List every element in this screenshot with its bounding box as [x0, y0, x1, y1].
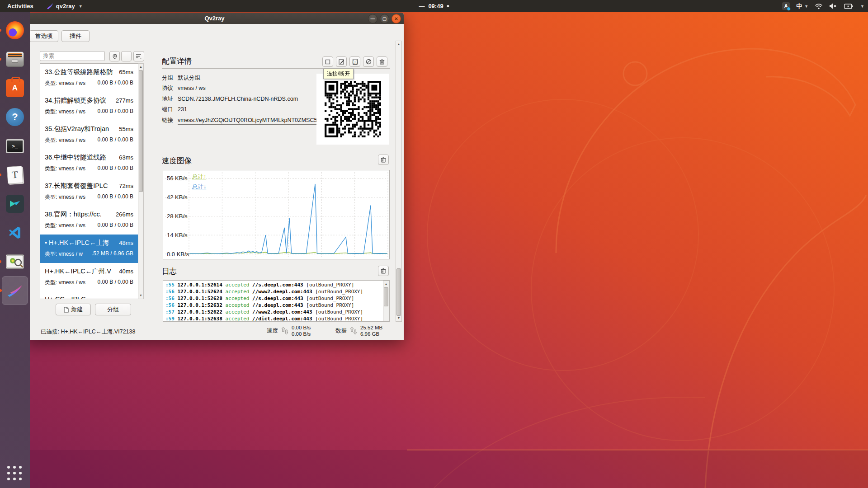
tab-plugins[interactable]: 插件 [61, 30, 90, 42]
log-scrollbar[interactable]: ▲ [383, 281, 389, 321]
window-title: Qv2ray [204, 15, 224, 22]
clear-log-button[interactable] [378, 266, 389, 276]
delete-button[interactable] [377, 56, 387, 67]
running-indicator-dot [0, 174, 1, 176]
scroll-down-icon[interactable]: ▼ [396, 315, 401, 321]
log-line: :55 127.0.0.1:52614 accepted //s.deepl.c… [165, 282, 389, 289]
dock-item-firefox[interactable] [2, 16, 28, 45]
main-scrollbar[interactable]: ▲ ▼ [396, 41, 402, 322]
server-latency: 277ms [116, 97, 133, 104]
scroll-up-icon[interactable]: ▲ [383, 282, 389, 287]
screenshot-icon [6, 254, 24, 269]
dev-app-icon [6, 195, 24, 213]
qr-code-container [316, 74, 389, 145]
server-name: 36.中继中转隧道线路 [45, 153, 106, 162]
app-menu-label: qv2ray [56, 3, 75, 9]
log-output[interactable]: :55 127.0.0.1:52614 accepted //s.deepl.c… [163, 280, 390, 322]
scrollbar-thumb[interactable] [384, 287, 388, 306]
details-heading: 配置详情 [162, 56, 192, 66]
dock-item-dev-app[interactable] [2, 189, 28, 218]
svg-text:28 KB/s: 28 KB/s [167, 213, 188, 220]
field-group-value: 默认分组 [178, 74, 200, 82]
group-button[interactable]: 分组 [95, 304, 131, 315]
show-applications-button[interactable] [0, 462, 30, 485]
search-input[interactable] [40, 51, 105, 61]
activities-button[interactable]: Activities [5, 3, 35, 9]
desktop: Activities qv2ray ▼ — 09:49 A 中 ▼ [0, 0, 868, 488]
legend-total-down[interactable]: 总计↓ [192, 183, 206, 191]
language-label: 中 [796, 2, 802, 10]
minimize-button[interactable]: — [368, 14, 377, 23]
server-latency: 65ms [119, 69, 133, 75]
dock-item-screenshot[interactable] [2, 247, 28, 276]
server-item-5[interactable]: 38.官网：https://cc.266ms类型: vmess / ws0.00… [40, 206, 143, 235]
close-button[interactable]: ✕ [392, 14, 401, 23]
scroll-down-icon[interactable]: ▼ [138, 293, 143, 298]
legend-total-up[interactable]: 总计↑ [192, 173, 206, 181]
svg-text:0.0 KB/s: 0.0 KB/s [167, 251, 189, 258]
connect-disconnect-tooltip: 连接/断开 [323, 69, 354, 79]
clear-chart-button[interactable] [378, 155, 389, 165]
server-latency: 55ms [119, 126, 133, 132]
new-server-button[interactable]: 新建 [56, 304, 91, 315]
field-link-value[interactable]: vmess://eyJhZGQiOiJTQ0ROLjcyMTM4LkpNT0ZM… [178, 117, 319, 125]
blank-filter-button[interactable] [121, 51, 132, 61]
field-address-value: SCDN.72138.JMOFLH.China-nCDN-nRDS.com [178, 96, 298, 102]
server-list: 33.公益等级線路嚴格防65ms类型: vmess / ws0.00 B / 0… [40, 63, 144, 299]
json-edit-button[interactable]: {;} [349, 56, 360, 67]
apps-grid-icon [7, 466, 23, 481]
server-item-0[interactable]: 33.公益等级線路嚴格防65ms类型: vmess / ws0.00 B / 0… [40, 64, 143, 92]
dock-item-text-editor[interactable]: T [2, 160, 28, 189]
new-server-label: 新建 [71, 305, 83, 314]
scroll-up-icon[interactable]: ▲ [396, 42, 401, 47]
dock: A?>_T [0, 12, 30, 488]
ubuntu-software-icon: A [6, 79, 24, 97]
input-method-icon[interactable]: A [782, 2, 790, 10]
dock-item-ubuntu-software[interactable]: A [2, 74, 28, 103]
field-port-label: 端口 [162, 106, 173, 113]
connect-toggle-button[interactable] [322, 56, 333, 67]
server-item-3[interactable]: 36.中继中转隧道线路63ms类型: vmess / ws0.00 B / 0.… [40, 149, 143, 178]
server-item-1[interactable]: 34.捐赠解锁更多协议277ms类型: vmess / ws0.00 B / 0… [40, 92, 143, 121]
scrollbar-thumb[interactable] [139, 70, 143, 192]
server-item-7[interactable]: H+.HK←IPLC←广州.V40ms类型: vmess / ws0.00 B … [40, 263, 143, 291]
server-item-2[interactable]: 35.包括V2ray和Trojan55ms类型: vmess / ws0.00 … [40, 121, 143, 149]
dock-item-vscode[interactable] [2, 218, 28, 247]
text-editor-icon: T [7, 166, 24, 184]
server-list-scrollbar[interactable]: ▲ ▼ [138, 63, 144, 299]
wifi-icon[interactable] [815, 3, 823, 9]
system-menu-chevron-icon[interactable]: ▼ [860, 4, 864, 9]
server-item-6[interactable]: • H+.HK←IPLC←上海48ms类型: vmess / w.52 MB /… [40, 235, 143, 263]
dock-item-help[interactable]: ? [2, 103, 28, 131]
running-indicator-dot [0, 29, 1, 32]
app-menu[interactable]: qv2ray ▼ [47, 3, 83, 9]
clock[interactable]: — 09:49 [419, 0, 449, 12]
maximize-button[interactable]: ▢ [380, 14, 389, 23]
dock-item-files[interactable] [2, 45, 28, 74]
server-traffic: 0.00 B / 0.00 B [98, 279, 133, 286]
edit-button[interactable] [336, 56, 347, 67]
server-item-4[interactable]: 37.长期套餐覆盖IPLC72ms类型: vmess / ws0.00 B / … [40, 178, 143, 206]
battery-icon[interactable] [844, 4, 853, 9]
scroll-up-icon[interactable]: ▲ [138, 64, 143, 70]
group-label: 分组 [107, 305, 119, 314]
server-item-8[interactable]: H+.CC←IPLC← [40, 291, 143, 299]
json-edit-icon: {;} [352, 59, 358, 65]
dock-item-terminal[interactable]: >_ [2, 131, 28, 160]
scrollbar-thumb[interactable] [396, 268, 401, 316]
notification-dot [447, 5, 449, 7]
location-pin-button[interactable] [109, 51, 120, 61]
location-pin-icon [112, 53, 118, 60]
latency-test-button[interactable] [363, 56, 374, 67]
window-titlebar[interactable]: Qv2ray — ▢ ✕ [25, 13, 404, 24]
sort-button[interactable] [133, 51, 144, 61]
volume-muted-icon[interactable] [829, 3, 838, 9]
chevron-down-icon: ▼ [79, 4, 83, 9]
divider [162, 68, 390, 69]
svg-text:56 KB/s: 56 KB/s [167, 175, 188, 182]
language-indicator[interactable]: 中 ▼ [796, 2, 808, 10]
help-icon: ? [6, 108, 24, 126]
log-line: :56 127.0.0.1:52632 accepted //s.deepl.c… [165, 302, 389, 309]
dock-item-qv2ray[interactable] [2, 276, 28, 305]
tab-preferences[interactable]: 首选项 [29, 30, 58, 42]
